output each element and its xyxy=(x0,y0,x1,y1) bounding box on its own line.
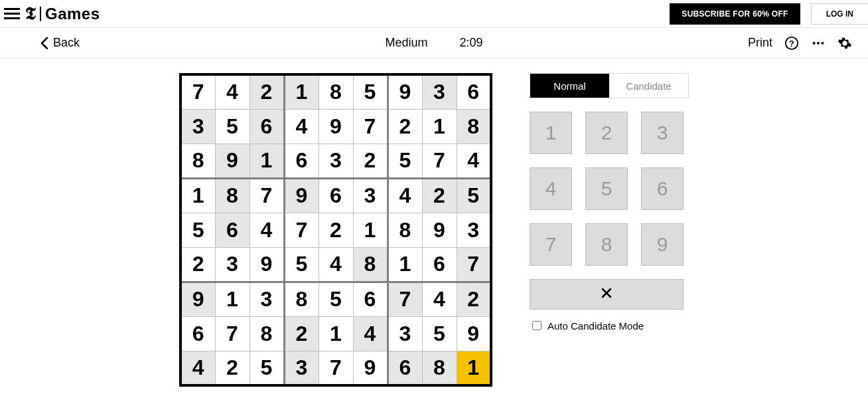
gear-icon[interactable] xyxy=(837,36,852,50)
cell-r5-c3[interactable]: 4 xyxy=(250,213,284,247)
cell-r4-c9[interactable]: 5 xyxy=(457,178,491,213)
cell-r4-c5[interactable]: 6 xyxy=(319,178,353,213)
cell-r9-c2[interactable]: 2 xyxy=(215,351,250,385)
key-2[interactable]: 2 xyxy=(585,112,628,154)
cell-r6-c9[interactable]: 7 xyxy=(457,247,491,282)
cell-r1-c6[interactable]: 5 xyxy=(353,74,388,109)
cell-r3-c5[interactable]: 3 xyxy=(319,144,353,178)
cell-r8-c6[interactable]: 4 xyxy=(353,316,388,351)
cell-r2-c4[interactable]: 4 xyxy=(284,109,319,144)
cell-r8-c8[interactable]: 5 xyxy=(422,316,457,351)
cell-r4-c2[interactable]: 8 xyxy=(215,178,250,213)
cell-r1-c1[interactable]: 7 xyxy=(181,74,215,109)
cell-r2-c6[interactable]: 7 xyxy=(353,109,388,144)
cell-r9-c1[interactable]: 4 xyxy=(181,351,215,385)
more-icon[interactable] xyxy=(811,36,826,50)
key-7[interactable]: 7 xyxy=(530,223,572,266)
help-icon[interactable]: ? xyxy=(784,36,799,50)
key-9[interactable]: 9 xyxy=(641,223,684,266)
cell-r3-c9[interactable]: 4 xyxy=(457,144,491,178)
cell-r9-c6[interactable]: 9 xyxy=(353,351,388,385)
cell-r8-c9[interactable]: 9 xyxy=(457,316,491,351)
cell-r5-c4[interactable]: 7 xyxy=(284,213,319,247)
cell-r2-c7[interactable]: 2 xyxy=(388,109,422,144)
key-1[interactable]: 1 xyxy=(530,112,572,154)
key-5[interactable]: 5 xyxy=(585,167,628,210)
key-3[interactable]: 3 xyxy=(641,112,684,154)
key-delete[interactable] xyxy=(530,279,684,310)
cell-r2-c9[interactable]: 8 xyxy=(457,109,491,144)
cell-r2-c5[interactable]: 9 xyxy=(319,109,353,144)
cell-r9-c4[interactable]: 3 xyxy=(284,351,319,385)
cell-r2-c1[interactable]: 3 xyxy=(181,109,215,144)
cell-r8-c3[interactable]: 8 xyxy=(250,316,284,351)
cell-r3-c6[interactable]: 2 xyxy=(353,144,388,178)
cell-r7-c5[interactable]: 5 xyxy=(319,282,353,316)
cell-r3-c7[interactable]: 5 xyxy=(388,144,422,178)
key-4[interactable]: 4 xyxy=(530,167,572,210)
cell-r1-c8[interactable]: 3 xyxy=(422,74,457,109)
cell-r9-c5[interactable]: 7 xyxy=(319,351,353,385)
mode-candidate-tab[interactable]: Candidate xyxy=(609,74,688,98)
cell-r2-c3[interactable]: 6 xyxy=(250,109,284,144)
cell-r3-c2[interactable]: 9 xyxy=(215,144,250,178)
cell-r5-c7[interactable]: 8 xyxy=(388,213,422,247)
cell-r4-c1[interactable]: 1 xyxy=(181,178,215,213)
auto-candidate-checkbox[interactable] xyxy=(532,321,542,330)
cell-r4-c7[interactable]: 4 xyxy=(388,178,422,213)
cell-r5-c9[interactable]: 3 xyxy=(457,213,491,247)
cell-r7-c3[interactable]: 3 xyxy=(250,282,284,316)
key-8[interactable]: 8 xyxy=(585,223,628,266)
hamburger-icon[interactable] xyxy=(4,6,20,22)
cell-r7-c8[interactable]: 4 xyxy=(422,282,457,316)
cell-r1-c4[interactable]: 1 xyxy=(284,74,319,109)
cell-r4-c6[interactable]: 3 xyxy=(353,178,388,213)
cell-r6-c1[interactable]: 2 xyxy=(181,247,215,282)
mode-normal-tab[interactable]: Normal xyxy=(530,74,609,98)
cell-r8-c7[interactable]: 3 xyxy=(388,316,422,351)
back-button[interactable]: Back xyxy=(40,36,80,50)
cell-r1-c2[interactable]: 4 xyxy=(215,74,250,109)
cell-r1-c9[interactable]: 6 xyxy=(457,74,491,109)
cell-r5-c5[interactable]: 2 xyxy=(319,213,353,247)
cell-r8-c4[interactable]: 2 xyxy=(284,316,319,351)
cell-r1-c3[interactable]: 2 xyxy=(250,74,284,109)
cell-r6-c4[interactable]: 5 xyxy=(284,247,319,282)
subscribe-button[interactable]: SUBSCRIBE FOR 60% OFF xyxy=(670,3,800,25)
cell-r1-c7[interactable]: 9 xyxy=(388,74,422,109)
cell-r3-c1[interactable]: 8 xyxy=(181,144,215,178)
cell-r7-c7[interactable]: 7 xyxy=(388,282,422,316)
print-button[interactable]: Print xyxy=(748,36,772,50)
cell-r6-c2[interactable]: 3 xyxy=(215,247,250,282)
key-6[interactable]: 6 xyxy=(641,167,684,210)
cell-r9-c8[interactable]: 8 xyxy=(422,351,457,385)
cell-r7-c6[interactable]: 6 xyxy=(353,282,388,316)
cell-r2-c8[interactable]: 1 xyxy=(422,109,457,144)
cell-r4-c3[interactable]: 7 xyxy=(250,178,284,213)
cell-r2-c2[interactable]: 5 xyxy=(215,109,250,144)
cell-r4-c8[interactable]: 2 xyxy=(422,178,457,213)
cell-r5-c1[interactable]: 5 xyxy=(181,213,215,247)
cell-r5-c2[interactable]: 6 xyxy=(215,213,250,247)
brand[interactable]: 𝕿 Games xyxy=(25,4,100,24)
cell-r8-c2[interactable]: 7 xyxy=(215,316,250,351)
cell-r3-c4[interactable]: 6 xyxy=(284,144,319,178)
cell-r4-c4[interactable]: 9 xyxy=(284,178,319,213)
cell-r8-c5[interactable]: 1 xyxy=(319,316,353,351)
cell-r6-c6[interactable]: 8 xyxy=(353,247,388,282)
cell-r6-c3[interactable]: 9 xyxy=(250,247,284,282)
cell-r6-c8[interactable]: 6 xyxy=(422,247,457,282)
cell-r7-c9[interactable]: 2 xyxy=(457,282,491,316)
cell-r5-c8[interactable]: 9 xyxy=(422,213,457,247)
cell-r1-c5[interactable]: 8 xyxy=(319,74,353,109)
cell-r6-c7[interactable]: 1 xyxy=(388,247,422,282)
cell-r5-c6[interactable]: 1 xyxy=(353,213,388,247)
cell-r9-c7[interactable]: 6 xyxy=(388,351,422,385)
cell-r9-c3[interactable]: 5 xyxy=(250,351,284,385)
cell-r6-c5[interactable]: 4 xyxy=(319,247,353,282)
cell-r3-c8[interactable]: 7 xyxy=(422,144,457,178)
cell-r8-c1[interactable]: 6 xyxy=(181,316,215,351)
cell-r7-c1[interactable]: 9 xyxy=(181,282,215,316)
cell-r7-c2[interactable]: 1 xyxy=(215,282,250,316)
cell-r3-c3[interactable]: 1 xyxy=(250,144,284,178)
